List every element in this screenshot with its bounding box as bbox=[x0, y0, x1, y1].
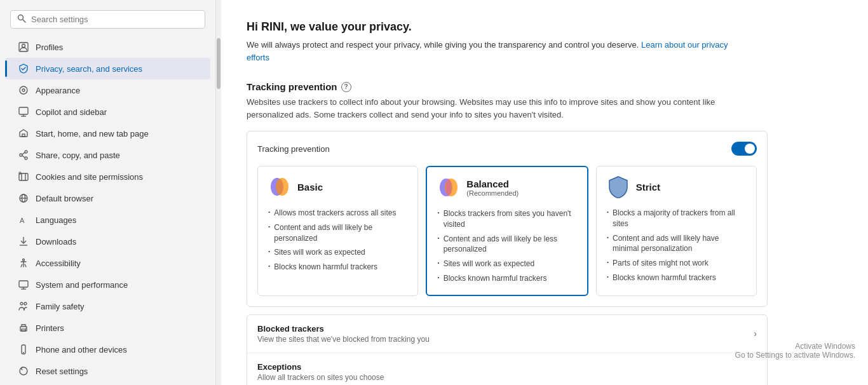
svg-point-12 bbox=[20, 154, 22, 156]
blocked-desc: View the sites that we've blocked from t… bbox=[257, 335, 430, 344]
default-label: Default browser bbox=[36, 194, 93, 203]
privacy-label: Privacy, search, and services bbox=[36, 64, 142, 74]
mode-card-basic[interactable]: Basic Allows most trackers across all si… bbox=[257, 166, 418, 296]
tracking-desc: Websites use trackers to collect info ab… bbox=[247, 96, 742, 121]
exceptions-info: Exceptions Allow all trackers on sites y… bbox=[257, 362, 384, 382]
sidebar-item-cookies[interactable]: Cookies and site permissions bbox=[5, 166, 210, 187]
blocked-trackers-info: Blocked trackers View the sites that we'… bbox=[257, 324, 430, 344]
search-input[interactable] bbox=[31, 15, 198, 24]
mode-card-balanced[interactable]: Balanced (Recommended) Blocks trackers f… bbox=[426, 166, 588, 296]
sidebar-item-downloads[interactable]: Downloads bbox=[5, 231, 210, 252]
sidebar: Profiles Privacy, search, and services A… bbox=[0, 0, 216, 385]
sidebar-item-reset[interactable]: Reset settings bbox=[5, 360, 210, 382]
sidebar-item-share[interactable]: Share, copy, and paste bbox=[5, 144, 210, 166]
start-icon bbox=[18, 128, 29, 139]
blocked-trackers-row[interactable]: Blocked trackers View the sites that we'… bbox=[247, 315, 767, 353]
share-icon bbox=[18, 149, 29, 161]
downloads-icon bbox=[18, 236, 29, 247]
sidebar-item-languages[interactable]: A Languages bbox=[5, 209, 210, 231]
svg-rect-15 bbox=[19, 173, 28, 180]
sidebar-item-default[interactable]: Default browser bbox=[5, 187, 210, 209]
bottom-rows: Blocked trackers View the sites that we'… bbox=[247, 314, 768, 385]
exceptions-row[interactable]: Exceptions Allow all trackers on sites y… bbox=[247, 353, 767, 385]
phone-label: Phone and other devices bbox=[36, 345, 127, 355]
exceptions-title: Exceptions bbox=[257, 362, 384, 372]
main-content: Hi RINI, we value your privacy. We will … bbox=[221, 0, 868, 385]
family-icon bbox=[18, 301, 29, 312]
strict-bullets: Blocks a majority of trackers from all s… bbox=[607, 206, 746, 285]
balanced-bullet-3: Sites will work as expected bbox=[437, 257, 576, 271]
sidebar-item-system[interactable]: System and performance bbox=[5, 274, 210, 295]
balanced-bullet-4: Blocks known harmful trackers bbox=[437, 271, 576, 286]
reset-icon bbox=[18, 365, 29, 377]
svg-rect-9 bbox=[22, 134, 25, 137]
copilot-icon bbox=[18, 106, 29, 118]
sidebar-item-family[interactable]: Family safety bbox=[5, 295, 210, 317]
svg-line-13 bbox=[22, 152, 25, 154]
sidebar-item-start[interactable]: Start, home, and new tab page bbox=[5, 123, 210, 144]
svg-point-4 bbox=[20, 86, 27, 94]
sidebar-item-phone[interactable]: Phone and other devices bbox=[5, 339, 210, 360]
svg-point-25 bbox=[23, 259, 25, 261]
tracking-prevention-card: Tracking prevention Basic Allows most tr… bbox=[247, 131, 768, 307]
search-icon bbox=[17, 14, 26, 25]
mode-cards: Basic Allows most trackers across all si… bbox=[257, 166, 757, 296]
printers-label: Printers bbox=[36, 323, 64, 333]
tracking-toggle[interactable] bbox=[731, 142, 757, 156]
mode-card-strict[interactable]: Strict Blocks a majority of trackers fro… bbox=[596, 166, 757, 296]
basic-bullet-4: Blocks known harmful trackers bbox=[268, 260, 407, 274]
strict-bullet-3: Parts of sites might not work bbox=[607, 256, 746, 271]
search-box[interactable] bbox=[10, 10, 205, 29]
basic-title: Basic bbox=[297, 182, 323, 192]
copilot-label: Copilot and sidebar bbox=[36, 107, 107, 117]
balanced-shield-icon bbox=[437, 176, 460, 199]
balanced-subtitle: (Recommended) bbox=[466, 189, 519, 197]
balanced-title: Balanced bbox=[466, 179, 519, 189]
family-label: Family safety bbox=[36, 302, 85, 311]
blocked-title: Blocked trackers bbox=[257, 324, 430, 334]
svg-point-30 bbox=[24, 302, 27, 305]
strict-bullet-2: Content and ads will likely have minimal… bbox=[607, 231, 746, 257]
help-icon[interactable]: ? bbox=[341, 82, 351, 92]
svg-point-33 bbox=[25, 328, 27, 329]
privacy-icon bbox=[18, 63, 29, 74]
balanced-bullet-1: Blocks trackers from sites you haven't v… bbox=[437, 206, 576, 232]
default-icon bbox=[18, 192, 29, 204]
svg-point-10 bbox=[25, 151, 27, 153]
tracking-card-header: Tracking prevention bbox=[257, 142, 757, 156]
exceptions-desc: Allow all trackers on sites you choose bbox=[257, 373, 384, 382]
intro-text: We will always protect and respect your … bbox=[247, 39, 742, 64]
start-label: Start, home, and new tab page bbox=[36, 129, 149, 138]
profiles-icon bbox=[18, 41, 29, 53]
cookies-icon bbox=[18, 171, 29, 182]
svg-point-3 bbox=[22, 44, 25, 48]
accessibility-icon bbox=[18, 257, 29, 269]
strict-shield-icon bbox=[607, 175, 630, 198]
sidebar-item-accessibility[interactable]: Accessibility bbox=[5, 252, 210, 274]
appearance-label: Appearance bbox=[36, 86, 80, 95]
strict-bullet-4: Blocks known harmful trackers bbox=[607, 271, 746, 285]
svg-line-14 bbox=[22, 156, 25, 158]
sidebar-item-copilot[interactable]: Copilot and sidebar bbox=[5, 101, 210, 123]
svg-point-29 bbox=[20, 302, 23, 305]
svg-point-37 bbox=[276, 178, 288, 196]
cookies-label: Cookies and site permissions bbox=[36, 172, 143, 182]
system-icon bbox=[18, 279, 29, 290]
reset-label: Reset settings bbox=[36, 367, 88, 376]
share-label: Share, copy, and paste bbox=[36, 151, 120, 160]
basic-bullet-2: Content and ads will likely be personali… bbox=[268, 220, 407, 246]
svg-point-11 bbox=[25, 157, 27, 159]
sidebar-item-privacy[interactable]: Privacy, search, and services bbox=[5, 58, 210, 79]
phone-icon bbox=[18, 344, 29, 355]
svg-rect-6 bbox=[19, 107, 28, 114]
svg-point-5 bbox=[22, 89, 25, 91]
strict-title: Strict bbox=[636, 182, 660, 192]
sidebar-item-profiles[interactable]: Profiles bbox=[5, 36, 210, 58]
appearance-icon bbox=[18, 84, 29, 96]
basic-bullets: Allows most trackers across all sites Co… bbox=[268, 206, 407, 274]
sidebar-item-appearance[interactable]: Appearance bbox=[5, 79, 210, 101]
sidebar-item-printers[interactable]: Printers bbox=[5, 317, 210, 339]
tracking-section-title: Tracking prevention ? bbox=[247, 81, 843, 92]
printers-icon bbox=[18, 322, 29, 334]
strict-card-header: Strict bbox=[607, 175, 746, 198]
